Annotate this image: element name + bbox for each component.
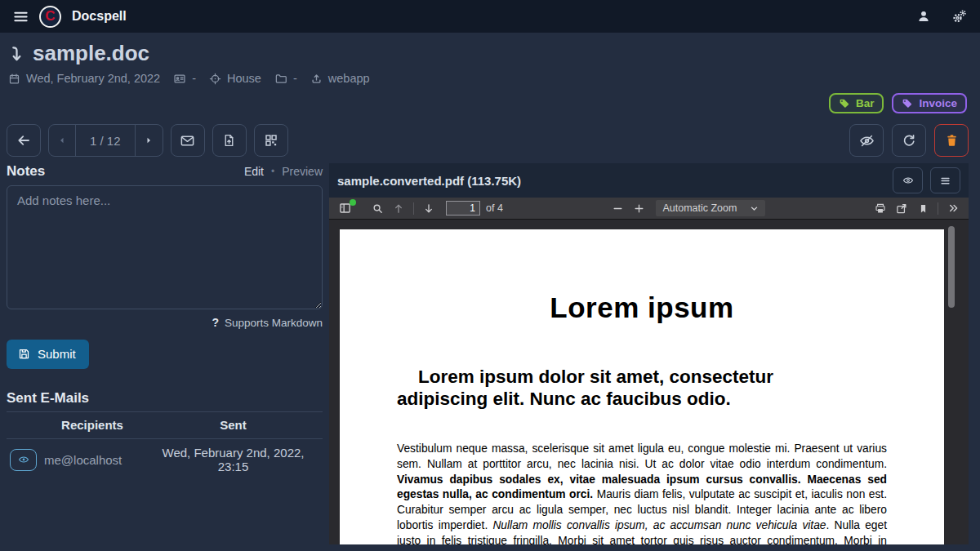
meta-correspondent-value: - [192, 72, 196, 85]
zoom-in-button[interactable] [628, 199, 649, 218]
sent-emails-title: Sent E-Mails [7, 390, 323, 407]
page-count-label: of 4 [486, 202, 503, 214]
sidebar-toggle-button[interactable] [334, 199, 355, 218]
caret-right-icon [144, 136, 154, 145]
tag-bar[interactable]: Bar [829, 93, 884, 113]
meta-source-value: webapp [328, 72, 370, 85]
markdown-hint: ? Supports Markdown [7, 316, 323, 329]
menu-icon[interactable] [13, 9, 29, 24]
sent-emails-table: Recipients Sent me@localhost Wed, Februa… [7, 411, 323, 480]
notes-header: Notes Edit • Preview [7, 163, 323, 180]
pdf-menu-button[interactable] [930, 167, 960, 193]
col-header-empty [7, 412, 41, 439]
zoom-out-button[interactable] [607, 199, 628, 218]
pdf-viewer[interactable]: Lorem ipsum Lorem ipsum dolor sit amet, … [329, 220, 969, 544]
tag-invoice[interactable]: Invoice [892, 93, 967, 113]
action-toolbar: 1 / 12 [7, 124, 969, 157]
notes-textarea[interactable] [7, 185, 323, 309]
pdf-header-buttons [893, 167, 960, 193]
scrollbar[interactable] [948, 226, 955, 308]
prev-item-button[interactable] [49, 125, 76, 156]
double-chevron-right-icon [947, 202, 960, 214]
meta-concerning-value: House [227, 72, 261, 85]
caret-left-icon [57, 136, 67, 145]
document-paragraph: Vestibulum neque massa, scelerisque sit … [397, 442, 887, 544]
app-logo: C [39, 6, 61, 28]
arrow-left-icon [16, 133, 31, 148]
tag-label: Bar [856, 97, 875, 109]
tag-icon [902, 98, 913, 109]
page-title: sample.doc [33, 41, 149, 66]
app-name: Docspell [72, 9, 127, 24]
print-button[interactable] [870, 199, 891, 218]
user-icon[interactable] [917, 10, 930, 23]
page-down-button[interactable] [418, 199, 439, 218]
pdf-header: sample.converted.pdf (113.75K) [329, 163, 969, 198]
download-icon [895, 202, 908, 215]
item-title-row: sample.doc [8, 41, 967, 66]
tag-icon [839, 98, 850, 109]
mail-recipient: me@localhost [41, 439, 144, 481]
pdf-file-label: sample.converted.pdf (113.75K) [337, 174, 521, 188]
hide-button[interactable] [849, 124, 884, 157]
save-icon [18, 348, 30, 360]
back-button[interactable] [7, 124, 41, 157]
find-button[interactable] [367, 199, 388, 218]
submit-button[interactable]: Submit [7, 340, 89, 369]
crosshair-icon [209, 73, 221, 85]
submit-label: Submit [38, 347, 76, 361]
file-upload-icon [222, 133, 236, 148]
item-header: sample.doc Wed, February 2nd, 2022 - Hou… [0, 33, 980, 85]
mail-sent-date: Wed, February 2nd, 2022, 23:15 [144, 439, 323, 481]
arrow-down-icon [423, 202, 434, 215]
zoom-select[interactable]: Automatic Zoom [656, 200, 765, 216]
chevron-down-icon [750, 204, 759, 213]
next-item-button[interactable] [136, 125, 163, 156]
table-row: me@localhost Wed, February 2nd, 2022, 23… [7, 439, 323, 481]
meta-concerning: House [209, 72, 261, 85]
upload-icon [310, 73, 323, 85]
meta-source: webapp [310, 72, 370, 85]
top-navbar: C Docspell [0, 0, 980, 33]
markdown-hint-label: Supports Markdown [225, 317, 323, 329]
bookmark-button[interactable] [912, 199, 933, 218]
notes-title: Notes [7, 163, 45, 180]
settings-icon[interactable] [951, 9, 967, 24]
meta-date-value: Wed, February 2nd, 2022 [26, 72, 160, 85]
page-input[interactable] [446, 201, 480, 216]
view-mail-button[interactable] [10, 449, 37, 471]
qr-code-icon [264, 133, 278, 148]
envelope-icon [180, 133, 195, 149]
delete-button[interactable] [934, 124, 969, 157]
preview-link[interactable]: Preview [282, 165, 323, 178]
dot-separator: • [271, 166, 274, 177]
tags-row: Bar Invoice [0, 85, 980, 113]
meta-folder: - [274, 72, 297, 85]
download-icon [8, 44, 25, 64]
item-meta-row: Wed, February 2nd, 2022 - House - webapp [8, 72, 967, 85]
eye-icon [17, 454, 30, 465]
edit-link[interactable]: Edit [244, 165, 264, 178]
eye-slash-icon [859, 133, 875, 149]
separator [413, 202, 414, 215]
content: Notes Edit • Preview ? Supports Markdown… [0, 157, 980, 544]
add-file-button[interactable] [212, 124, 247, 157]
page-up-button[interactable] [388, 199, 409, 218]
question-icon: ? [212, 316, 219, 329]
calendar-icon [8, 73, 20, 85]
meta-folder-value: - [293, 72, 297, 85]
mail-button[interactable] [171, 124, 205, 157]
save-file-button[interactable] [891, 199, 912, 218]
meta-correspondent: - [173, 72, 196, 85]
bookmark-icon [918, 202, 929, 215]
folder-icon [274, 73, 287, 85]
navbar-right [917, 9, 967, 24]
pdf-panel: sample.converted.pdf (113.75K) [329, 163, 969, 544]
col-header-sent: Sent [144, 412, 323, 439]
pdf-preview-button[interactable] [893, 167, 923, 193]
page-nav-group: 1 / 12 [48, 124, 163, 157]
qr-button[interactable] [254, 124, 288, 157]
refresh-button[interactable] [892, 124, 926, 157]
col-header-recipients: Recipients [41, 412, 144, 439]
more-tools-button[interactable] [942, 199, 964, 218]
